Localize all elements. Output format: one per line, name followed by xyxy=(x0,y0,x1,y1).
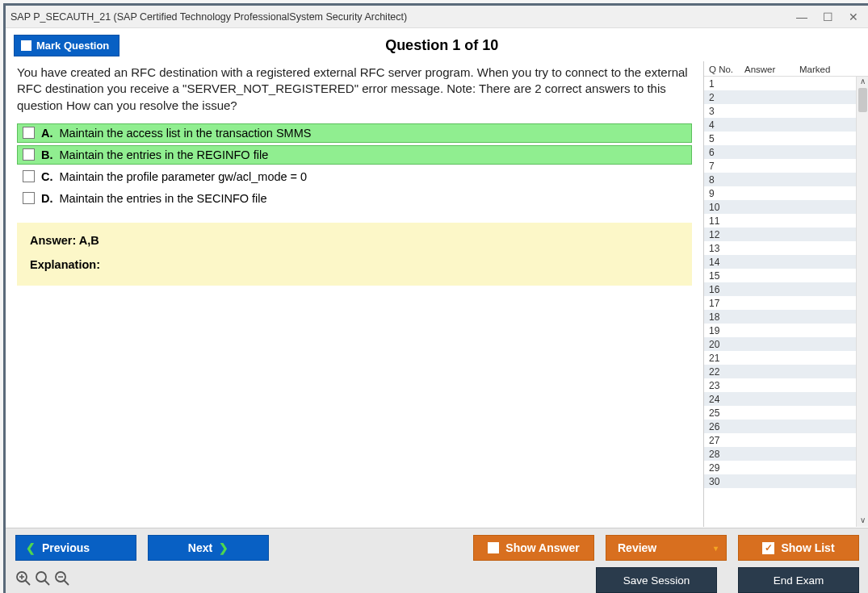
question-row[interactable]: 28 xyxy=(704,447,856,461)
chevron-right-icon: ❯ xyxy=(219,541,229,554)
footer-row-2: Save Session End Exam xyxy=(15,567,859,593)
choice-d[interactable]: D. Maintain the entries in the SECINFO f… xyxy=(17,189,692,208)
row-number: 18 xyxy=(709,311,744,323)
review-button[interactable]: Review ▾ xyxy=(606,535,727,561)
row-number: 17 xyxy=(709,298,744,309)
question-row[interactable]: 1 xyxy=(704,77,856,90)
col-marked: Marked xyxy=(799,65,866,74)
choice-a[interactable]: A. Maintain the access list in the trans… xyxy=(17,123,692,143)
topbar: Mark Question Question 1 of 10 xyxy=(6,28,868,61)
window-title: SAP P_SECAUTH_21 (SAP Certified Technolo… xyxy=(10,11,796,23)
question-row[interactable]: 20 xyxy=(704,337,856,351)
question-row[interactable]: 5 xyxy=(704,132,856,145)
question-row[interactable]: 11 xyxy=(704,214,856,228)
save-session-button[interactable]: Save Session xyxy=(596,567,717,593)
show-answer-button[interactable]: Show Answer xyxy=(473,535,594,561)
end-exam-button[interactable]: End Exam xyxy=(738,567,859,593)
previous-button[interactable]: ❮ Previous xyxy=(15,535,136,561)
answer-label: Answer: A,B xyxy=(30,234,679,247)
question-row[interactable]: 17 xyxy=(704,296,856,310)
question-row[interactable]: 22 xyxy=(704,365,856,378)
choice-b[interactable]: B. Maintain the entries in the REGINFO f… xyxy=(17,145,692,165)
review-label: Review xyxy=(618,541,656,554)
question-row[interactable]: 9 xyxy=(704,186,856,200)
question-row[interactable]: 19 xyxy=(704,324,856,337)
row-number: 3 xyxy=(709,106,744,117)
footer-row-1: ❮ Previous Next ❯ Show Answer Review ▾ ✓… xyxy=(15,535,859,561)
row-number: 22 xyxy=(709,366,744,378)
question-row[interactable]: 13 xyxy=(704,241,856,255)
row-number: 21 xyxy=(709,353,744,364)
question-row[interactable]: 14 xyxy=(704,255,856,269)
question-row[interactable]: 3 xyxy=(704,104,856,118)
col-qno: Q No. xyxy=(709,65,744,74)
question-row[interactable]: 12 xyxy=(704,228,856,241)
question-row[interactable]: 18 xyxy=(704,310,856,324)
svg-line-7 xyxy=(65,580,69,585)
question-row[interactable]: 15 xyxy=(704,269,856,282)
choice-c[interactable]: C. Maintain the profile parameter gw/acl… xyxy=(17,167,692,186)
checkbox-icon[interactable] xyxy=(23,192,35,204)
scrollbar[interactable]: ∧ ∨ xyxy=(856,77,868,527)
row-number: 27 xyxy=(709,435,744,446)
row-number: 30 xyxy=(709,476,744,487)
row-number: 5 xyxy=(709,133,744,144)
question-row[interactable]: 29 xyxy=(704,461,856,474)
row-number: 24 xyxy=(709,394,744,405)
question-row[interactable]: 8 xyxy=(704,173,856,186)
maximize-icon[interactable]: ☐ xyxy=(822,11,833,23)
question-row[interactable]: 25 xyxy=(704,406,856,420)
choice-text: Maintain the entries in the SECINFO file xyxy=(60,192,267,205)
question-row[interactable]: 10 xyxy=(704,200,856,214)
question-list-panel: Q No. Answer Marked 12345678910111213141… xyxy=(703,61,868,527)
answer-box: Answer: A,B Explanation: xyxy=(17,223,692,286)
col-answer: Answer xyxy=(744,65,799,74)
zoom-out-icon[interactable] xyxy=(54,570,70,591)
titlebar: SAP P_SECAUTH_21 (SAP Certified Technolo… xyxy=(6,6,868,28)
question-row[interactable]: 27 xyxy=(704,433,856,447)
explanation-label: Explanation: xyxy=(30,258,679,271)
previous-label: Previous xyxy=(42,541,90,554)
row-number: 12 xyxy=(709,229,744,240)
end-exam-label: End Exam xyxy=(774,574,824,587)
checkbox-icon[interactable] xyxy=(23,170,35,182)
question-row[interactable]: 7 xyxy=(704,159,856,173)
save-session-label: Save Session xyxy=(623,574,690,587)
choice-letter: C. xyxy=(41,170,53,183)
question-row[interactable]: 4 xyxy=(704,118,856,132)
next-label: Next xyxy=(188,541,212,554)
choice-letter: B. xyxy=(41,148,53,161)
zoom-reset-icon[interactable] xyxy=(35,570,51,591)
question-row[interactable]: 30 xyxy=(704,474,856,488)
row-number: 6 xyxy=(709,147,744,158)
row-number: 8 xyxy=(709,174,744,186)
row-number: 4 xyxy=(709,119,744,131)
next-button[interactable]: Next ❯ xyxy=(148,535,269,561)
question-row[interactable]: 26 xyxy=(704,420,856,433)
scroll-down-icon[interactable]: ∨ xyxy=(857,516,868,527)
zoom-in-icon[interactable] xyxy=(15,570,31,591)
scroll-up-icon[interactable]: ∧ xyxy=(857,77,868,88)
question-row[interactable]: 24 xyxy=(704,392,856,406)
checkbox-icon[interactable] xyxy=(23,127,35,139)
choice-text: Maintain the profile parameter gw/acl_mo… xyxy=(60,170,308,183)
show-list-button[interactable]: ✓ Show List xyxy=(738,535,859,561)
question-row[interactable]: 23 xyxy=(704,378,856,392)
question-row[interactable]: 6 xyxy=(704,145,856,159)
choice-letter: A. xyxy=(41,127,53,140)
question-row[interactable]: 2 xyxy=(704,90,856,104)
scroll-thumb[interactable] xyxy=(858,88,867,112)
minimize-icon[interactable]: — xyxy=(796,11,807,23)
row-number: 28 xyxy=(709,449,744,460)
close-icon[interactable]: ✕ xyxy=(848,11,859,23)
question-row[interactable]: 21 xyxy=(704,351,856,365)
choice-text: Maintain the access list in the transact… xyxy=(60,127,312,140)
checkbox-icon[interactable] xyxy=(23,148,35,161)
row-number: 29 xyxy=(709,462,744,474)
checkbox-icon xyxy=(488,542,499,553)
row-number: 7 xyxy=(709,161,744,172)
question-row[interactable]: 16 xyxy=(704,282,856,296)
choice-text: Maintain the entries in the REGINFO file xyxy=(60,148,269,161)
row-number: 26 xyxy=(709,421,744,432)
zoom-controls xyxy=(15,570,70,591)
